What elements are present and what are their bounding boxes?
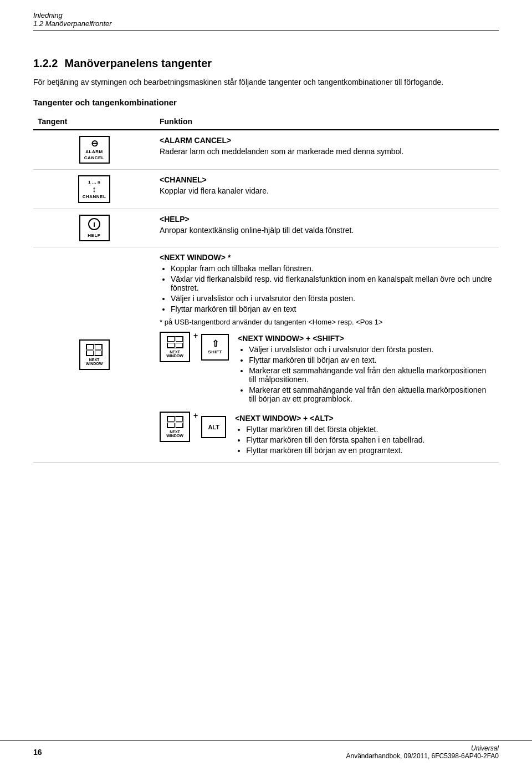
func-cell-channel: <CHANNEL> Kopplar vid flera kanaler vida… [155,170,499,209]
breadcrumb-level1: Inledning [33,11,499,19]
alarm-icon: ⊖ [91,139,98,148]
next-window-bullets: Kopplar fram och tillbaka mellan fönstre… [160,264,494,313]
list-item: Flyttar markören till början av en progr… [246,446,494,455]
next-window-key-small2: NEXT WINDOW [160,412,190,442]
keys-table: Tangent Funktion ⊖ ALARM CANCEL <ALARM C… [33,115,499,463]
section-number: 1.2.2 [33,57,58,70]
footer-copyright: Användarhandbok, 09/2011, 6FC5398-6AP40-… [346,752,499,760]
shift-arrow-icon: ⇧ [212,339,219,348]
next-window-shift-combo: NEXT WINDOW + ⇧ SHIFT [160,332,229,362]
next-window-title: <NEXT WINDOW> * [160,253,494,262]
subsection-heading: Tangenter och tangenkombinationer [33,98,499,107]
section-title: Manöverpanelens tangenter [64,57,212,70]
plus-sign-alt: + [193,412,198,419]
combo-shift-content: <NEXT WINDOW> + <SHIFT> Väljer i urvalsl… [238,332,494,405]
footer-source: Universal [346,744,499,752]
list-item: Markerar ett sammahängande val från den … [249,366,494,384]
combo2-bullets: Flyttar markören till det första objekte… [235,425,494,455]
col-funktion: Funktion [155,115,499,130]
alarm-cancel-key: ⊖ ALARM CANCEL [79,136,110,164]
key-cell-alarm: ⊖ ALARM CANCEL [33,130,155,170]
plus-sign-shift: + [193,332,198,339]
intro-paragraph: För betjäning av styrningen och bearbetn… [33,78,499,87]
next-window-key: NEXT WINDOW [79,339,110,370]
list-item: Kopplar fram och tillbaka mellan fönstre… [171,264,494,273]
channel-desc: Kopplar vid flera kanaler vidare. [160,186,494,195]
page-number: 16 [33,748,42,757]
table-row: 1 … n ↕ CHANNEL <CHANNEL> Kopplar vid fl… [33,170,499,209]
combo1-bullets: Väljer i urvalslistor och i urvalsrutor … [238,345,494,403]
channel-key: 1 … n ↕ CHANNEL [78,175,111,203]
help-key: i HELP [79,215,110,241]
key-cell-help: i HELP [33,209,155,247]
next-window-key-small: NEXT WINDOW [160,332,190,362]
alarm-cancel-title: <ALARM CANCEL> [160,136,494,145]
list-item: Flyttar markören till den första spalten… [246,435,494,444]
channel-title: <CHANNEL> [160,175,494,184]
combo2-title: <NEXT WINDOW> + <ALT> [235,414,494,423]
list-item: Flyttar markören till det första objekte… [246,425,494,434]
help-title: <HELP> [160,215,494,224]
next-window-alt-combo: NEXT WINDOW + ALT [160,412,226,442]
table-row: i HELP <HELP> Anropar kontextkänslig onl… [33,209,499,247]
combo-alt-content: <NEXT WINDOW> + <ALT> Flyttar markören t… [235,412,494,456]
list-item: Markerar ett sammahängande val från den … [249,385,494,403]
list-item: Växlar vid flerkanalsbild resp. vid fler… [171,275,494,292]
nw-grid-icon2 [167,416,183,428]
list-item: Väljer i urvalslistor och i urvalsrutor … [171,294,494,303]
breadcrumb-level2: 1.2 Manöverpanelfronter [33,19,499,28]
combo-keys-alt: NEXT WINDOW + ALT [160,412,226,442]
func-cell-help: <HELP> Anropar kontextkänslig online-hjä… [155,209,499,247]
combo-keys-shift: NEXT WINDOW + ⇧ SHIFT [160,332,229,362]
func-cell-alarm: <ALARM CANCEL> Raderar larm och meddelan… [155,130,499,170]
help-desc: Anropar kontextkänslig online-hjälp till… [160,226,494,235]
list-item: Väljer i urvalslistor och i urvalsrutor … [249,345,494,354]
key-cell-channel: 1 … n ↕ CHANNEL [33,170,155,209]
next-window-grid-icon [86,344,103,356]
col-tangent: Tangent [33,115,155,130]
header-breadcrumb: Inledning 1.2 Manöverpanelfronter [33,11,499,31]
shift-key: ⇧ SHIFT [201,334,229,361]
nw-grid-icon [167,336,183,348]
help-circle-icon: i [88,218,100,230]
list-item: Flyttar markören till början av en text. [249,356,494,364]
combo1-title: <NEXT WINDOW> + <SHIFT> [238,334,494,343]
channel-arrows-icon: ↕ [92,185,96,193]
footnote-text: * på USB-tangentbord använder du tangent… [160,318,494,326]
key-cell-nextwindow: NEXT WINDOW [33,247,155,463]
list-item: Flyttar markören till början av en text [171,305,494,313]
func-cell-nextwindow: <NEXT WINDOW> * Kopplar fram och tillbak… [155,247,499,463]
alarm-cancel-desc: Raderar larm och meddelanden som är mark… [160,147,494,156]
page-footer: 16 Universal Användarhandbok, 09/2011, 6… [0,740,532,760]
table-row: NEXT WINDOW <NEXT WINDOW> * Kopplar fram… [33,247,499,463]
table-row: ⊖ ALARM CANCEL <ALARM CANCEL> Raderar la… [33,130,499,170]
alt-key: ALT [201,416,226,438]
